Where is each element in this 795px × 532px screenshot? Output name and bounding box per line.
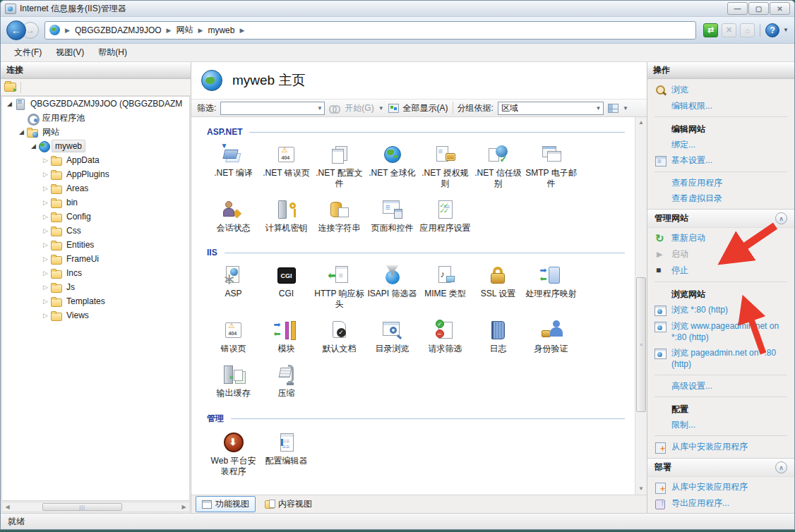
breadcrumb-segment[interactable]: myweb	[208, 25, 234, 35]
tree-item[interactable]: ▷Config	[2, 210, 189, 224]
feature-item[interactable]: ASP	[207, 265, 260, 310]
breadcrumb-segment[interactable]: 网站	[177, 24, 193, 36]
scroll-left-icon[interactable]: ◀	[2, 504, 13, 510]
tree-expander-icon[interactable]: ▷	[41, 227, 50, 234]
action-link[interactable]: 高级设置...	[654, 378, 787, 394]
collapse-icon[interactable]: ∧	[775, 212, 787, 224]
tree-item[interactable]: ▷Views	[2, 308, 189, 322]
feature-item[interactable]: 页面和控件	[366, 199, 419, 234]
tree-expander-icon[interactable]: ▷	[41, 270, 50, 277]
feature-item[interactable]: 日志	[472, 320, 525, 354]
tree-expander-icon[interactable]: ◢	[5, 100, 14, 107]
menu-item[interactable]: 文件(F)	[8, 44, 48, 61]
feature-item[interactable]: SMTP 电子邮件	[525, 144, 578, 189]
tree-expander-icon[interactable]: ▷	[41, 171, 50, 178]
tab-content-view[interactable]: 内容视图	[258, 496, 318, 512]
feature-item[interactable]: SSL 设置	[472, 265, 525, 310]
help-dropdown-icon[interactable]: ▼	[783, 27, 789, 33]
action-link[interactable]: 绑定...	[654, 137, 787, 152]
feature-item[interactable]: 身份验证	[525, 320, 578, 354]
feature-item[interactable]: 连接字符串	[313, 199, 366, 234]
action-link[interactable]: 限制...	[654, 417, 787, 433]
feature-item[interactable]: .NET 授权规则	[419, 144, 472, 189]
scrollbar-thumb[interactable]: |||	[42, 503, 122, 511]
tree-expander-icon[interactable]: ▷	[41, 255, 50, 262]
close-button[interactable]: ✕	[770, 2, 790, 15]
tree-expander-icon[interactable]: ▷	[41, 185, 50, 192]
minimize-button[interactable]: —	[727, 2, 748, 15]
action-link[interactable]: 基本设置...	[654, 152, 787, 169]
feature-item[interactable]: 压缩	[260, 364, 313, 399]
menu-item[interactable]: 帮助(H)	[92, 44, 133, 61]
feature-item[interactable]: Web 平台安装程序	[207, 432, 260, 477]
tab-features-view[interactable]: 功能视图	[196, 496, 256, 512]
vertical-scrollbar[interactable]: ▲ ≡ ▼	[635, 117, 647, 495]
action-link[interactable]: 从库中安装应用程序	[654, 439, 787, 455]
tree-item[interactable]: ◢QBGGZBDAZMJ9JOO (QBGGZBDAZM	[2, 97, 189, 111]
feature-item[interactable]: 输出缓存	[207, 364, 260, 399]
tree-expander-icon[interactable]: ▷	[41, 199, 50, 206]
tree-item[interactable]: ▷Js	[2, 280, 189, 294]
add-connection-icon[interactable]	[4, 83, 16, 92]
action-link[interactable]: 导出应用程序...	[654, 495, 787, 512]
tree-item[interactable]: ▷AppData	[2, 153, 189, 167]
action-link[interactable]: 查看应用程序	[654, 175, 787, 191]
feature-item[interactable]: 错误页	[207, 320, 260, 354]
horizontal-scrollbar[interactable]: ◀ ||| ▶	[1, 502, 190, 512]
tree-item[interactable]: ◢myweb	[2, 139, 189, 153]
feature-item[interactable]: 会话状态	[207, 199, 260, 234]
feature-item[interactable]: .NET 编译	[207, 144, 260, 189]
tree-expander-icon[interactable]: ◢	[29, 143, 38, 150]
scroll-down-icon[interactable]: ▼	[635, 483, 647, 495]
show-all-button[interactable]: 全部显示(A)	[403, 102, 448, 114]
collapse-icon[interactable]: ∧	[775, 461, 787, 473]
feature-item[interactable]: 默认文档	[313, 320, 366, 354]
address-bar[interactable]: ▶QBGGZBDAZMJ9JOO▶网站▶myweb▶	[44, 21, 696, 40]
tree-item[interactable]: ▷Incs	[2, 266, 189, 280]
back-button[interactable]: ←	[6, 20, 26, 40]
action-link[interactable]: 重新启动	[654, 230, 787, 246]
menu-item[interactable]: 视图(V)	[49, 44, 90, 61]
maximize-button[interactable]: ▢	[748, 2, 769, 15]
tree-item[interactable]: ▷AppPlugins	[2, 167, 189, 181]
tree-expander-icon[interactable]: ▷	[41, 157, 50, 164]
tree-item[interactable]: ▷FrameUi	[2, 252, 189, 266]
feature-item[interactable]: 处理程序映射	[525, 265, 578, 310]
feature-item[interactable]: MIME 类型	[419, 265, 472, 310]
feature-item[interactable]: HTTP 响应标头	[313, 265, 366, 310]
tree-item[interactable]: ▷Entities	[2, 238, 189, 252]
feature-item[interactable]: 配置编辑器	[260, 432, 313, 477]
tree-item[interactable]: ▷Templates	[2, 294, 189, 308]
feature-item[interactable]: .NET 配置文件	[313, 144, 366, 189]
breadcrumb-segment[interactable]: QBGGZBDAZMJ9JOO	[75, 25, 162, 35]
scroll-up-icon[interactable]: ▲	[635, 117, 647, 128]
tree-item[interactable]: ◢网站	[2, 125, 189, 139]
feature-item[interactable]: 计算机密钥	[260, 199, 313, 234]
feature-item[interactable]: 目录浏览	[366, 320, 419, 354]
tree-expander-icon[interactable]: ▷	[41, 284, 50, 291]
feature-item[interactable]: ISAPI 筛选器	[366, 265, 419, 310]
feature-item[interactable]: CGI	[260, 265, 313, 310]
action-link[interactable]: 编辑权限...	[654, 98, 787, 114]
feature-item[interactable]: .NET 错误页	[260, 144, 313, 189]
feature-item[interactable]: 模块	[260, 320, 313, 354]
tree-expander-icon[interactable]: ◢	[17, 128, 26, 135]
filter-input[interactable]: ▼	[220, 102, 325, 115]
tree-expander-icon[interactable]: ▷	[41, 241, 50, 248]
tree-expander-icon[interactable]: ▷	[41, 213, 50, 220]
view-mode-icon[interactable]	[608, 104, 618, 113]
tree-item[interactable]: ▷bin	[2, 195, 189, 210]
view-mode-dropdown-icon[interactable]: ▼	[623, 105, 628, 111]
help-icon[interactable]: ?	[765, 23, 779, 37]
action-link[interactable]: 浏览 www.pageadmin.net on *:80 (http)	[654, 318, 787, 345]
feature-item[interactable]: 请求筛选	[419, 320, 472, 354]
tree-expander-icon[interactable]: ▷	[41, 298, 50, 305]
tree-item[interactable]: ▷Areas	[2, 181, 189, 195]
scrollbar-thumb[interactable]: ≡	[636, 277, 646, 412]
tree-item[interactable]: 应用程序池	[2, 111, 189, 125]
action-link[interactable]: 浏览 *:80 (http)	[654, 302, 787, 318]
action-link[interactable]: 浏览	[654, 82, 787, 98]
scroll-right-icon[interactable]: ▶	[179, 504, 189, 510]
tree-item[interactable]: ▷Css	[2, 224, 189, 238]
feature-item[interactable]: .NET 信任级别	[472, 144, 525, 189]
